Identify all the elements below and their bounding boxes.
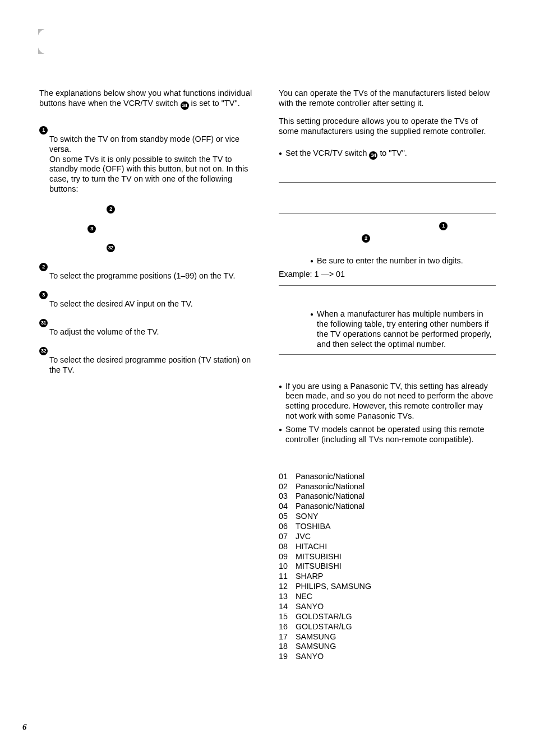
button-2-block: 2 To select the programme positions (1–9… [39,260,256,281]
manufacturer-name: GOLDSTAR/LG [296,612,352,622]
manufacturer-name: NEC [296,592,312,602]
button-1-ref32: 32 [107,244,115,252]
button-32-block: 32 To select the desired programme posit… [39,344,256,375]
manufacturer-row: 10MITSUBISHI [279,562,496,572]
manufacturer-row: 02Panasonic/National [279,482,496,492]
manufacturer-row: 15GOLDSTAR/LG [279,612,496,622]
note1: If you are using a Panasonic TV, this se… [285,382,496,421]
button-32-marker: 32 [39,347,48,355]
step-ref2-row: 2 [279,231,496,243]
divider-4 [279,354,496,355]
midnote-row: ● When a manufacturer has multiple numbe… [310,309,496,349]
manufacturer-row: 17SAMSUNG [279,632,496,642]
button-1-ref3: 3 [87,225,96,233]
left-intro-b: is set to "TV". [189,99,240,108]
button-1-ref2: 2 [107,205,115,214]
divider-3 [279,285,496,286]
step-note-example: Example: 1 —> 01 [279,270,496,280]
manufacturer-code: 06 [279,522,296,532]
manufacturer-name: HITACHI [296,542,327,552]
manufacturer-row: 05SONY [279,512,496,522]
manufacturer-code: 11 [279,572,296,582]
manufacturer-name: MITSUBISHI [296,552,342,562]
manufacturer-code: 05 [279,512,296,522]
manufacturer-row: 04Panasonic/National [279,502,496,512]
button-2-marker: 2 [39,263,48,271]
manufacturer-name: SONY [296,512,319,522]
manufacturer-name: Panasonic/National [296,491,365,502]
right-column: You can operate the TVs of the manufactu… [279,89,496,662]
manufacturer-row: 13NEC [279,592,496,602]
divider-1 [279,182,496,183]
left-intro: The explanations below show you what fun… [39,89,256,110]
manufacturer-code: 01 [279,472,296,482]
manufacturer-name: SAMSUNG [296,642,336,652]
manufacturer-row: 18SAMSUNG [279,642,496,652]
manufacturer-name: Panasonic/National [296,502,365,512]
manufacturer-name: GOLDSTAR/LG [296,622,352,632]
midnote: When a manufacturer has multiple numbers… [317,309,496,349]
manufacturer-name: PHILIPS, SAMSUNG [296,582,371,592]
manufacturer-code: 12 [279,582,296,592]
button-1-ref3-row: 3 [87,222,256,233]
manufacturer-row: 03Panasonic/National [279,491,496,502]
manufacturer-name: Panasonic/National [296,482,365,492]
button-1-ref32-row: 32 [107,241,256,252]
note2-row: ● Some TV models cannot be operated usin… [279,425,496,445]
button-1-marker: 1 [39,126,48,134]
button-2-desc: To select the programme positions (1–99)… [49,271,256,281]
manufacturer-code: 04 [279,502,296,512]
manufacturer-code: 15 [279,612,296,622]
manufacturer-code: 17 [279,632,296,642]
note2: Some TV models cannot be operated using … [285,425,496,445]
manufacturer-name: TOSHIBA [296,522,331,532]
bullet-dot-icon: ● [279,383,282,391]
step-ref2: 2 [362,234,370,243]
button-3-marker: 3 [39,291,48,299]
bullet-set-b: to "TV". [377,149,407,157]
manufacturer-name: SHARP [296,572,323,582]
note1-row: ● If you are using a Panasonic TV, this … [279,382,496,421]
divider-2 [279,213,496,214]
manufacturer-name: SANYO [296,602,324,612]
manufacturer-code: 19 [279,652,296,662]
step-note-a: Be sure to enter the number in two digit… [317,256,496,266]
manufacturer-code: 07 [279,532,296,542]
bullet-set-num: 34 [369,151,377,160]
manufacturer-code: 16 [279,622,296,632]
right-intro2: This setting procedure allows you to ope… [279,117,496,137]
manufacturer-code: 09 [279,552,296,562]
button-31-marker: 31 [39,319,48,327]
manufacturer-name: JVC [296,532,311,542]
manufacturer-row: 16GOLDSTAR/LG [279,622,496,632]
page-number: 6 [22,722,27,732]
manufacturer-row: 11SHARP [279,572,496,582]
svg-point-1 [37,29,54,54]
manufacturer-code: 13 [279,592,296,602]
manufacturer-name: SAMSUNG [296,632,336,642]
notes-block: ● If you are using a Panasonic TV, this … [279,382,496,445]
bullet-dot-icon: ● [279,426,282,434]
manufacturer-code: 02 [279,482,296,492]
step-note-row: ● Be sure to enter the number in two dig… [310,256,496,266]
button-1-ref2-row: 2 [107,202,256,214]
right-intro1: You can operate the TVs of the manufactu… [279,89,496,109]
manufacturer-row: 08HITACHI [279,542,496,552]
button-1-desc-b: On some TVs it is only possible to switc… [49,155,256,194]
step-ref1: 1 [439,222,448,230]
bullet-dot-icon: ● [310,258,313,265]
button-3-desc: To select the desired AV input on the TV… [49,299,256,309]
header-graphic [22,29,54,57]
manufacturer-code: 03 [279,491,296,502]
manufacturer-row: 14SANYO [279,602,496,612]
manufacturer-name: SANYO [296,652,324,662]
manufacturer-code: 10 [279,562,296,572]
manufacturer-name: MITSUBISHI [296,562,342,572]
button-1-block: 1 To switch the TV on from standby mode … [39,123,256,252]
manufacturer-code: 14 [279,602,296,612]
manufacturer-row: 09MITSUBISHI [279,552,496,562]
manufacturer-code: 18 [279,642,296,652]
bullet-set-text: Set the VCR/TV switch 34 to "TV". [285,149,496,160]
manufacturer-name: Panasonic/National [296,472,365,482]
button-1-desc-a: To switch the TV on from standby mode (O… [49,134,256,155]
